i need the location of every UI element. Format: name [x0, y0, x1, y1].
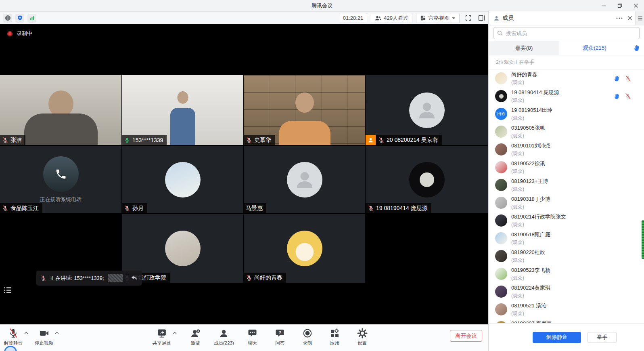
chat-icon — [247, 328, 257, 339]
members-panel: 成员 嘉宾(8) 观众(215) 2位观众正在举手 — [488, 11, 644, 351]
side-panel-toggle-icon[interactable] — [477, 13, 486, 23]
member-role: (观众) — [511, 257, 627, 264]
view-mode-button[interactable]: 宫格视图 — [416, 13, 460, 23]
toolbar-button-share-screen[interactable]: 共享屏幕 — [153, 328, 171, 346]
member-name: 08190101刘沛尧 — [511, 142, 627, 149]
member-name: 03190505张帆 — [511, 124, 627, 132]
participant-avatar — [287, 162, 322, 198]
panel-title: 成员 — [502, 15, 514, 22]
recording-dot-icon — [7, 31, 13, 36]
member-tabs: 嘉宾(8) 观众(215) — [489, 41, 644, 55]
participant-name: 19 08190414 庞思源 — [376, 205, 428, 212]
member-role: (观众) — [511, 150, 627, 157]
member-name: 08190318丁少博 — [511, 195, 627, 203]
window-titlebar: 腾讯会议 — [0, 0, 644, 12]
video-tile[interactable]: 19 08190414 庞思源 — [366, 146, 488, 213]
mic-muted-icon — [625, 75, 631, 82]
fullscreen-button[interactable] — [463, 13, 473, 23]
close-panel-icon[interactable] — [625, 11, 635, 25]
leave-meeting-button[interactable]: 离开会议 — [450, 330, 482, 342]
member-list-item[interactable]: 08190214行政学院张文 (观众) — [489, 212, 644, 229]
chevron-up-icon[interactable] — [55, 332, 59, 334]
caption-list-icon[interactable] — [3, 286, 12, 294]
video-tile[interactable]: 史慕华 — [244, 75, 365, 145]
toolbar-button-qa[interactable]: ? 问答 — [271, 328, 289, 346]
toolbar-button-mic-muted[interactable]: 解除静音 — [4, 328, 23, 346]
scrollbar-thumb[interactable] — [642, 220, 644, 259]
member-avatar — [495, 90, 507, 102]
member-name: 08190123+王博 — [511, 178, 627, 185]
video-tile[interactable]: 马景惠 — [244, 146, 365, 213]
restore-button[interactable] — [612, 0, 628, 11]
member-avatar — [495, 179, 507, 191]
member-name: 08190307 李梦嘉 — [511, 320, 627, 324]
undo-arrow-icon[interactable] — [131, 275, 138, 281]
tab-audience[interactable]: 观众(215) — [559, 41, 630, 55]
search-input[interactable] — [505, 30, 636, 37]
video-tile[interactable]: 153****1339 — [122, 75, 243, 145]
video-tile[interactable]: 正在接听系统电话 食品陈玉江 — [0, 146, 121, 213]
member-role: (观众) — [511, 239, 627, 246]
member-list-item[interactable]: 08190307 李梦嘉 (观众) — [489, 318, 644, 323]
member-list-item[interactable]: 08190518甄广庭 (观众) — [489, 229, 644, 247]
participant-avatar — [409, 92, 445, 128]
member-list-item[interactable]: 08190522徐讯 (观众) — [489, 158, 644, 176]
member-list-item[interactable]: 08190523李飞杨 (观众) — [489, 265, 644, 283]
participant-name: 马景惠 — [246, 205, 263, 212]
member-list-item[interactable]: 08190224黄家琪 (观众) — [489, 283, 644, 301]
toolbar-button-chat[interactable]: 聊天 — [244, 328, 261, 346]
toolbar-button-settings[interactable]: 设置 — [353, 328, 371, 346]
participant-name-label: 史慕华 — [244, 135, 275, 145]
raised-hands-indicator-icon[interactable] — [630, 41, 644, 55]
member-list-item[interactable]: 尚好的青春 (观众) — [489, 69, 644, 87]
participant-avatar — [165, 231, 201, 266]
member-list-item[interactable]: 08190123+王博 (观众) — [489, 176, 644, 194]
member-list-item[interactable]: 08190521 汤沁 (观众) — [489, 301, 644, 318]
mic-status-icon — [2, 137, 8, 143]
member-list-item[interactable]: 08190101刘沛尧 (观众) — [489, 141, 644, 158]
mic-status-icon — [124, 205, 130, 212]
minimize-button[interactable] — [596, 0, 612, 11]
toolbar-button-camera[interactable]: 停止视频 — [35, 328, 53, 346]
members-panel-header: 成员 — [489, 11, 644, 25]
member-avatar — [495, 303, 507, 315]
video-tile[interactable]: 20 08200214 吴京蓉 — [366, 75, 488, 145]
video-tile[interactable]: 尚好的青春 — [244, 214, 365, 283]
member-role: (观众) — [511, 79, 614, 86]
toolbar-button-apps[interactable]: 应用 — [326, 328, 344, 346]
viewers-icon — [375, 15, 381, 21]
video-tile[interactable]: 张洁 — [0, 75, 121, 145]
toolbar-button-members[interactable]: 成员(223) — [214, 328, 234, 346]
mic-muted-icon — [8, 328, 19, 339]
chevron-up-icon[interactable] — [24, 332, 28, 334]
network-signal-icon[interactable] — [27, 14, 36, 23]
member-search-box[interactable] — [493, 27, 640, 39]
mic-status-icon — [368, 205, 374, 212]
toolbar-button-record[interactable]: 录制 — [299, 328, 316, 346]
chevron-up-icon[interactable] — [173, 332, 177, 334]
security-shield-icon[interactable] — [15, 14, 24, 23]
toolbar-button-invite[interactable]: 邀请 — [186, 328, 204, 346]
grid-view-icon — [420, 15, 426, 21]
viewer-count-button[interactable]: 429人看过 — [371, 13, 412, 23]
participant-name: 20 08200214 吴京蓉 — [387, 137, 438, 144]
raise-hand-button[interactable]: 举手 — [588, 332, 617, 343]
close-button[interactable] — [628, 0, 644, 11]
member-list-item[interactable]: 19 08190414 庞思源 (观众) — [489, 87, 644, 105]
member-list-item[interactable]: 田玲 19 08190514田玲 (观众) — [489, 105, 644, 123]
participant-avatar — [409, 162, 445, 198]
blurred-region — [108, 274, 123, 282]
video-tile[interactable]: 孙月 — [122, 146, 243, 213]
svg-text:?: ? — [278, 330, 281, 335]
member-avatar — [495, 143, 507, 156]
panel-drag-handle-icon[interactable] — [635, 11, 644, 25]
meeting-info-icon[interactable] — [3, 14, 12, 23]
more-options-icon[interactable] — [614, 11, 625, 25]
participant-name: 孙月 — [132, 205, 144, 212]
tab-guests[interactable]: 嘉宾(8) — [489, 41, 559, 55]
member-list-item[interactable]: 08190220杜欣 (观众) — [489, 247, 644, 265]
member-list-item[interactable]: 03190505张帆 (观众) — [489, 123, 644, 141]
member-list-item[interactable]: 08190318丁少博 (观众) — [489, 194, 644, 212]
member-name: 19 08190514田玲 — [511, 107, 627, 114]
unmute-button[interactable]: 解除静音 — [533, 332, 581, 343]
